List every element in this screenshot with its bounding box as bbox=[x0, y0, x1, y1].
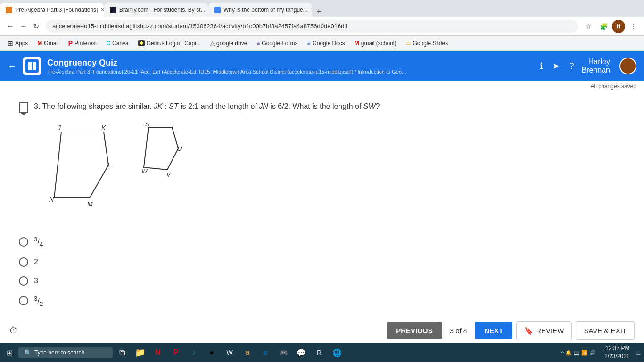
clock-icon: ⏱ bbox=[9, 326, 18, 336]
radio-a[interactable] bbox=[19, 237, 28, 247]
header-profile: Harley Brennan bbox=[582, 58, 611, 74]
taskbar-chrome-task[interactable]: ● bbox=[203, 344, 220, 361]
bookmark-label-forms: Google Forms bbox=[262, 40, 297, 47]
question-intro: 3. The following shapes are similar. bbox=[34, 102, 154, 110]
bookmark-label-canva: Canva bbox=[112, 40, 129, 47]
help-button[interactable]: ? bbox=[567, 59, 576, 73]
bookmark-label-gmail: Gmail bbox=[44, 40, 58, 47]
answer-option-d[interactable]: 3/2 bbox=[19, 295, 625, 307]
new-tab-button[interactable]: + bbox=[313, 7, 325, 17]
app-subtitle: Pre-Algebra Part 3 [Foundations] 20-21 (… bbox=[47, 69, 471, 74]
previous-button[interactable]: PREVIOUS bbox=[387, 322, 442, 339]
taskbar-spotify[interactable]: ♪ bbox=[185, 344, 202, 361]
bookmark-drive[interactable]: △ google drive bbox=[206, 39, 251, 48]
shape1-label-l: L bbox=[107, 161, 111, 169]
answer-option-a[interactable]: 3/4 bbox=[19, 236, 625, 248]
tab-brainly[interactable]: Brainly.com - For students. By st... ✕ bbox=[104, 3, 208, 17]
shape1-label-n: N bbox=[49, 196, 54, 203]
bookmark-pinterest[interactable]: P Pinterest bbox=[65, 39, 101, 48]
address-bar: ← → ↻ ☆ 🧩 H ⋮ bbox=[0, 17, 644, 36]
tab-close-1[interactable]: ✕ bbox=[100, 7, 104, 13]
bookmark-forms[interactable]: ≡ Google Forms bbox=[253, 39, 301, 48]
taskbar-search-box[interactable]: 🔍 Type here to search bbox=[18, 347, 113, 358]
extensions-icon[interactable]: 🧩 bbox=[597, 20, 610, 33]
bookmark-label-apps: Apps bbox=[15, 40, 28, 47]
menu-icon[interactable]: ⋮ bbox=[627, 20, 640, 33]
shape2-label-v: V bbox=[166, 171, 171, 178]
forward-button[interactable]: → bbox=[17, 20, 30, 33]
taskbar-pinterest-task[interactable]: P bbox=[167, 344, 184, 361]
info-button[interactable]: ℹ bbox=[538, 59, 545, 73]
app-header: ← Congruency Quiz Pre-Algebra Part 3 [Fo… bbox=[0, 51, 644, 81]
header-avatar[interactable] bbox=[619, 58, 636, 74]
answer-option-c[interactable]: 3 bbox=[19, 276, 625, 286]
tab-google[interactable]: Why is the bottom of my tongue... ✕ bbox=[208, 3, 312, 17]
taskbar-file-explorer[interactable]: 📁 bbox=[132, 344, 149, 361]
refresh-button[interactable]: ↻ bbox=[30, 20, 42, 33]
start-button[interactable]: ⊞ bbox=[2, 346, 17, 359]
footer-left: ⏱ bbox=[9, 326, 18, 336]
sw-label: SW bbox=[363, 102, 376, 110]
bookmark-docs[interactable]: ≡ Google Docs bbox=[303, 39, 348, 48]
footer-right: PREVIOUS 3 of 4 NEXT 🔖 REVIEW SAVE & EXI… bbox=[387, 321, 635, 340]
review-button[interactable]: 🔖 REVIEW bbox=[516, 321, 572, 340]
taskbar-netflix[interactable]: N bbox=[149, 344, 166, 361]
bookmark-gmail[interactable]: M Gmail bbox=[33, 39, 62, 48]
tab-favicon-3 bbox=[214, 7, 221, 13]
radio-c[interactable] bbox=[19, 276, 28, 286]
taskbar: ⊞ 🔍 Type here to search ⧉ 📁 N P ♪ ● W a … bbox=[0, 343, 644, 362]
all-changes-saved: All changes saved bbox=[0, 81, 644, 91]
main-content: 3. The following shapes are similar. JK … bbox=[0, 91, 644, 326]
taskbar-amazon[interactable]: a bbox=[239, 344, 256, 361]
star-icon[interactable]: ☆ bbox=[582, 20, 595, 33]
app-icon bbox=[23, 57, 41, 75]
url-input[interactable] bbox=[46, 20, 578, 33]
jn-label: JN bbox=[259, 102, 268, 110]
question-end: ? bbox=[376, 102, 380, 110]
taskbar-roblox[interactable]: R bbox=[311, 344, 328, 361]
tab-favicon-1 bbox=[6, 7, 12, 13]
save-exit-button[interactable]: SAVE & EXIT bbox=[576, 321, 635, 340]
browser-chrome: Pre-Algebra Part 3 [Foundations] ✕ Brain… bbox=[0, 0, 644, 51]
bookmark-apps[interactable]: ⊞ Apps bbox=[4, 39, 32, 48]
question-area: 3. The following shapes are similar. JK … bbox=[0, 91, 644, 226]
question-bookmark[interactable] bbox=[19, 102, 28, 113]
taskbar-discord[interactable]: 🎮 bbox=[275, 344, 292, 361]
taskbar-task-view[interactable]: ⧉ bbox=[114, 344, 131, 361]
taskbar-messenger[interactable]: 💬 bbox=[293, 344, 310, 361]
taskbar-google-chrome-task2[interactable]: 🌐 bbox=[329, 344, 346, 361]
radio-d[interactable] bbox=[19, 296, 28, 305]
shape2-label-s: S bbox=[145, 123, 149, 128]
profile-avatar[interactable]: H bbox=[612, 20, 625, 33]
send-button[interactable]: ➤ bbox=[551, 59, 561, 73]
svg-marker-4 bbox=[54, 132, 108, 198]
page-indicator: 3 of 4 bbox=[446, 327, 471, 335]
notification-button[interactable]: □ bbox=[635, 347, 642, 358]
tab-label-2: Brainly.com - For students. By st... bbox=[119, 7, 206, 13]
taskbar-system-tray: ^ 🔔 💻 📶 🔊 bbox=[558, 350, 600, 356]
shape1-label-m: M bbox=[87, 200, 93, 207]
review-label: REVIEW bbox=[536, 327, 564, 335]
app-title: Congruency Quiz bbox=[47, 58, 538, 68]
bookmark-slides[interactable]: ▭ Google Slides bbox=[402, 39, 452, 48]
back-button[interactable]: ← bbox=[4, 20, 17, 33]
taskbar-search-placeholder: Type here to search bbox=[34, 349, 84, 356]
header-back-button[interactable]: ← bbox=[8, 61, 17, 72]
tab-prealgebra[interactable]: Pre-Algebra Part 3 [Foundations] ✕ bbox=[0, 3, 104, 17]
shape2-label-w: W bbox=[141, 168, 148, 175]
taskbar-edge[interactable]: e bbox=[257, 344, 274, 361]
header-user-lastname: Brennan bbox=[582, 66, 611, 74]
next-button[interactable]: NEXT bbox=[475, 322, 512, 339]
bookmark-canva[interactable]: C Canva bbox=[102, 39, 132, 48]
taskbar-word-task[interactable]: W bbox=[221, 344, 238, 361]
bookmark-gmail-school[interactable]: M gmail (school) bbox=[351, 39, 400, 48]
svg-rect-3 bbox=[33, 66, 36, 70]
bookmark-genius[interactable]: ✱ Genius Login | Capi... bbox=[134, 39, 205, 48]
svg-rect-0 bbox=[28, 62, 32, 66]
answer-option-b[interactable]: 2 bbox=[19, 257, 625, 267]
svg-rect-2 bbox=[28, 66, 32, 70]
radio-b[interactable] bbox=[19, 257, 28, 267]
tab-close-3[interactable]: ✕ bbox=[311, 7, 312, 13]
shape2-svg: S T U V W bbox=[141, 123, 189, 179]
shape2-label-t: T bbox=[171, 123, 175, 128]
